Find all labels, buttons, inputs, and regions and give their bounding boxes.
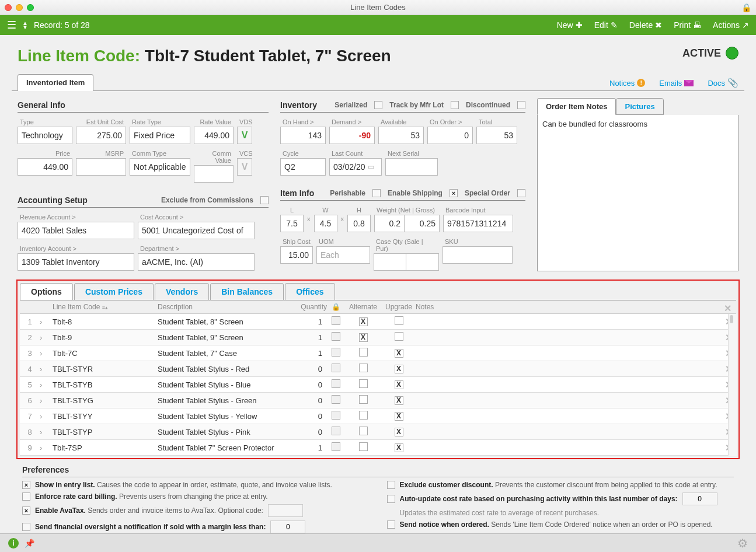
exclude-commissions-checkbox[interactable] [260, 196, 269, 204]
caseqty-pur-field[interactable] [406, 253, 439, 271]
goto-icon[interactable]: › [40, 412, 53, 421]
track-mfr-checkbox[interactable] [451, 101, 459, 109]
row-lock-checkbox[interactable] [332, 364, 340, 372]
row-qty[interactable]: 0 [292, 412, 327, 421]
new-button[interactable]: New✚ [557, 20, 583, 30]
zoom-icon[interactable] [27, 4, 34, 11]
serialized-checkbox[interactable] [374, 101, 382, 109]
table-row[interactable]: 3›Tblt-7CStudent Tablet, 7" Case1X✕ [20, 345, 736, 361]
table-row[interactable]: 6›TBLT-STYGStudent Tablet Stylus - Green… [20, 393, 736, 408]
rateval-field[interactable]: 449.00 [194, 127, 234, 144]
ratetype-field[interactable]: Fixed Price [130, 127, 190, 144]
row-qty[interactable]: 0 [292, 428, 327, 436]
goto-icon[interactable]: › [40, 349, 53, 358]
msrp-field[interactable] [76, 158, 126, 176]
row-upgrade-checkbox[interactable] [395, 316, 403, 325]
tab-vendors[interactable]: Vendors [155, 283, 209, 300]
goto-icon[interactable]: › [40, 396, 53, 405]
tab-bin-balances[interactable]: Bin Balances [210, 283, 284, 300]
row-qty[interactable]: 0 [292, 380, 327, 389]
weight-net-field[interactable]: 0.2 [374, 215, 405, 232]
cost-field[interactable]: 275.00 [76, 127, 126, 144]
row-upgrade-checkbox[interactable]: X [395, 380, 403, 389]
row-alternate-checkbox[interactable] [359, 364, 368, 372]
row-lock-checkbox[interactable] [332, 411, 340, 420]
goto-icon[interactable]: › [40, 365, 53, 373]
table-row[interactable]: 9›Tblt-7SPStudent Tablet 7" Screen Prote… [20, 440, 736, 456]
revenue-account-field[interactable]: 4020 Tablet Sales [18, 222, 134, 239]
goto-icon[interactable]: › [40, 380, 53, 389]
delete-button[interactable]: Delete✖ [629, 20, 662, 30]
row-upgrade-checkbox[interactable]: X [395, 428, 403, 436]
row-lock-checkbox[interactable] [332, 348, 340, 357]
minimize-icon[interactable] [16, 4, 23, 11]
perishable-checkbox[interactable] [372, 189, 381, 197]
row-qty[interactable]: 1 [292, 443, 327, 452]
department-field[interactable]: aACME, Inc. (AI) [138, 253, 255, 271]
height-field[interactable]: 0.8 [347, 215, 371, 232]
row-qty[interactable]: 1 [292, 317, 327, 326]
row-alternate-checkbox[interactable]: X [359, 317, 368, 326]
print-button[interactable]: Print🖶 [674, 20, 701, 30]
auto-update-cost-checkbox[interactable] [387, 495, 395, 503]
actions-button[interactable]: Actions↗ [713, 20, 749, 30]
notices-link[interactable]: Notices! [609, 78, 645, 88]
enforce-rate-checkbox[interactable] [22, 492, 30, 501]
row-lock-checkbox[interactable] [332, 395, 340, 404]
table-row[interactable]: 7›TBLT-STYYStudent Tablet Stylus - Yello… [20, 408, 736, 424]
discontinued-checkbox[interactable] [517, 101, 525, 109]
row-lock-checkbox[interactable] [332, 316, 340, 325]
price-field[interactable]: 449.00 [18, 158, 72, 176]
row-alternate-checkbox[interactable] [359, 427, 368, 435]
onhand-field[interactable]: 143 [280, 127, 326, 144]
row-qty[interactable]: 1 [292, 349, 327, 358]
row-upgrade-checkbox[interactable]: X [395, 349, 403, 358]
tab-offices[interactable]: Offices [285, 283, 335, 300]
enable-avatax-checkbox[interactable]: × [22, 506, 30, 515]
row-alternate-checkbox[interactable] [359, 411, 368, 420]
shipcost-field[interactable]: 15.00 [280, 246, 313, 264]
goto-icon[interactable]: › [40, 333, 53, 342]
row-qty[interactable]: 0 [292, 396, 327, 405]
row-alternate-checkbox[interactable] [359, 442, 368, 451]
calendar-icon[interactable]: ▭ [368, 163, 374, 171]
vcs-button[interactable]: V [237, 158, 252, 176]
special-order-checkbox[interactable] [517, 189, 525, 197]
row-alternate-checkbox[interactable]: X [359, 333, 368, 342]
margin-notify-checkbox[interactable] [22, 523, 30, 531]
cycle-field[interactable]: Q2 [280, 158, 326, 176]
goto-icon[interactable]: › [40, 428, 53, 436]
avatax-code-input[interactable] [268, 504, 303, 517]
row-alternate-checkbox[interactable] [359, 379, 368, 388]
cost-account-field[interactable]: 5001 Uncategorized Cost of [138, 222, 255, 239]
menu-icon[interactable]: ☰ [7, 19, 16, 32]
tab-pictures[interactable]: Pictures [616, 98, 663, 115]
record-nav-icon[interactable]: ▲▼ [22, 21, 28, 29]
table-row[interactable]: 8›TBLT-STYPStudent Tablet Stylus - Pink0… [20, 424, 736, 440]
show-in-entry-checkbox[interactable]: × [22, 481, 30, 489]
send-notice-checkbox[interactable] [387, 520, 395, 529]
row-lock-checkbox[interactable] [332, 379, 340, 388]
pin-icon[interactable]: 📌 [25, 539, 34, 548]
row-alternate-checkbox[interactable] [359, 348, 368, 357]
scrollbar[interactable] [728, 314, 737, 456]
notes-textarea[interactable]: Can be bundled for classrooms [537, 115, 738, 271]
edit-button[interactable]: Edit✎ [594, 20, 618, 30]
sort-icon[interactable]: ≡▴ [102, 305, 108, 310]
row-lock-checkbox[interactable] [332, 442, 340, 451]
goto-icon[interactable]: › [40, 317, 53, 326]
weight-gross-field[interactable]: 0.25 [405, 215, 440, 232]
emails-link[interactable]: Emails [659, 78, 694, 88]
table-row[interactable]: 5›TBLT-STYBStudent Tablet Stylus - Blue0… [20, 377, 736, 393]
tab-order-item-notes[interactable]: Order Item Notes [537, 98, 616, 115]
info-icon[interactable]: i [8, 538, 19, 548]
row-upgrade-checkbox[interactable] [395, 332, 403, 341]
caseqty-sale-field[interactable] [374, 253, 406, 271]
exclude-discount-checkbox[interactable] [387, 481, 395, 489]
table-row[interactable]: 4›TBLT-STYRStudent Tablet Stylus - Red0X… [20, 361, 736, 377]
row-upgrade-checkbox[interactable]: X [395, 396, 403, 405]
row-lock-checkbox[interactable] [332, 332, 340, 341]
row-alternate-checkbox[interactable] [359, 395, 368, 404]
onorder-field[interactable]: 0 [427, 127, 473, 144]
row-upgrade-checkbox[interactable]: X [395, 443, 403, 452]
